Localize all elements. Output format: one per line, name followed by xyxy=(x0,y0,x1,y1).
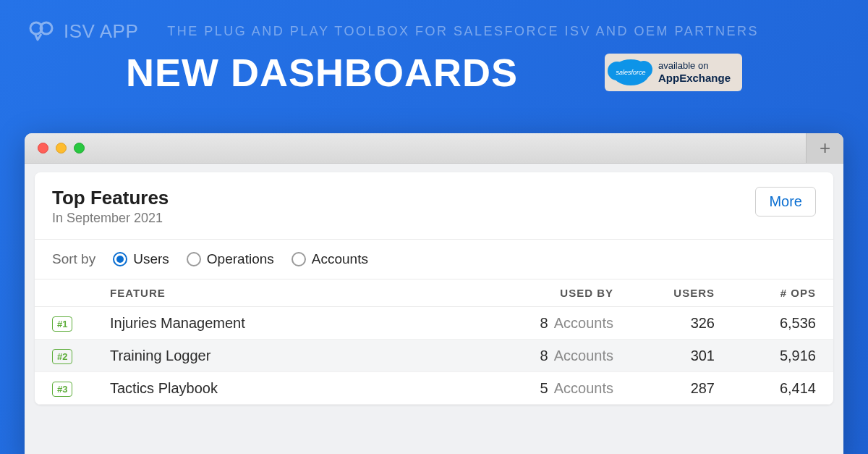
card-subtitle: In September 2021 xyxy=(52,211,169,226)
ops-cell: 6,414 xyxy=(715,380,816,397)
tagline: THE PLUG AND PLAY TOOLBOX FOR SALESFORCE… xyxy=(167,24,759,39)
ops-cell: 5,916 xyxy=(715,348,816,364)
used-by-cell: 8 Accounts xyxy=(505,315,613,332)
logo-icon xyxy=(29,21,56,43)
more-button[interactable]: More xyxy=(755,187,816,217)
salesforce-cloud-icon: salesforce xyxy=(612,59,650,85)
table-row: #2 Training Logger 8 Accounts 301 5,916 xyxy=(35,340,833,372)
hero-row: NEW DASHBOARDS salesforce available on A… xyxy=(0,50,868,95)
used-by-cell: 5 Accounts xyxy=(505,380,613,397)
sort-option-operations[interactable]: Operations xyxy=(187,251,274,267)
feature-name: Training Logger xyxy=(110,348,505,364)
close-icon[interactable] xyxy=(38,143,48,154)
hero-title: NEW DASHBOARDS xyxy=(126,50,518,95)
users-cell: 287 xyxy=(613,380,715,397)
col-feature: FEATURE xyxy=(110,287,505,299)
users-cell: 301 xyxy=(613,348,715,364)
ops-cell: 6,536 xyxy=(715,315,816,332)
radio-selected-icon xyxy=(113,252,127,266)
sort-option-accounts[interactable]: Accounts xyxy=(292,251,368,267)
top-features-card: Top Features In September 2021 More Sort… xyxy=(35,172,833,405)
traffic-lights xyxy=(38,143,85,154)
browser-window: + Top Features In September 2021 More So… xyxy=(25,133,843,454)
appexchange-text: available on AppExchange xyxy=(658,61,731,84)
sort-label: Sort by xyxy=(52,251,95,267)
table-row: #1 Injuries Management 8 Accounts 326 6,… xyxy=(35,307,833,340)
minimize-icon[interactable] xyxy=(56,143,67,154)
maximize-icon[interactable] xyxy=(74,143,85,154)
users-cell: 326 xyxy=(613,315,715,332)
sort-row: Sort by Users Operations Accounts xyxy=(35,240,833,279)
rank-badge: #1 xyxy=(52,316,72,332)
col-used-by: USED BY xyxy=(505,287,613,299)
rank-badge: #3 xyxy=(52,382,72,397)
feature-name: Injuries Management xyxy=(110,315,505,332)
col-users: USERS xyxy=(613,287,715,299)
used-by-cell: 8 Accounts xyxy=(505,348,613,364)
col-ops: # OPS xyxy=(715,287,816,299)
radio-icon xyxy=(292,252,306,266)
table-row: #3 Tactics Playbook 5 Accounts 287 6,414 xyxy=(35,372,833,405)
window-titlebar: + xyxy=(25,133,843,164)
card-header: Top Features In September 2021 More xyxy=(35,172,833,240)
new-tab-button[interactable]: + xyxy=(806,133,843,163)
top-bar: ISV APP THE PLUG AND PLAY TOOLBOX FOR SA… xyxy=(0,0,868,43)
logo-text: ISV APP xyxy=(64,20,138,43)
radio-icon xyxy=(187,252,201,266)
content-area: Top Features In September 2021 More Sort… xyxy=(25,164,843,454)
card-title: Top Features xyxy=(52,187,169,209)
logo: ISV APP xyxy=(29,20,138,43)
appexchange-badge[interactable]: salesforce available on AppExchange xyxy=(605,54,742,91)
feature-name: Tactics Playbook xyxy=(110,380,505,397)
rank-badge: #2 xyxy=(52,349,72,364)
table-header: FEATURE USED BY USERS # OPS xyxy=(35,279,833,307)
sort-option-users[interactable]: Users xyxy=(113,251,169,267)
